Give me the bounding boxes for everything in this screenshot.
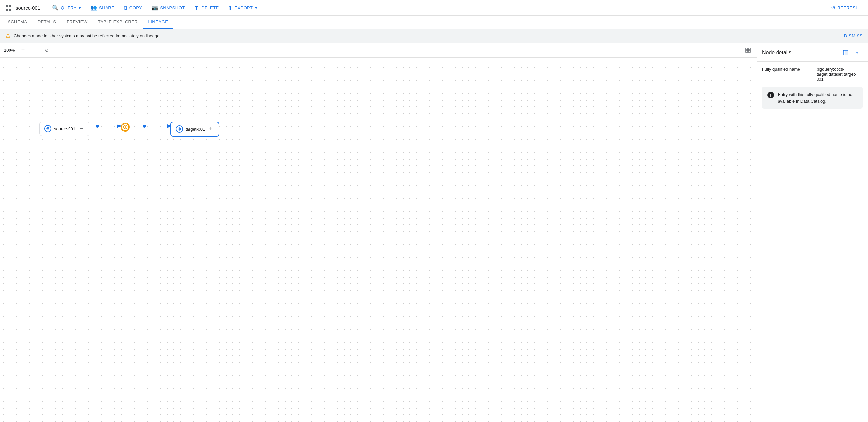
lineage-toolbar: 100% + − ⊙ — [0, 43, 756, 58]
source-node-icon — [44, 125, 52, 132]
svg-rect-4 — [746, 48, 748, 50]
right-panel-title: Node details — [762, 50, 791, 56]
svg-point-12 — [96, 125, 99, 128]
page-title: source-001 — [16, 5, 40, 10]
lineage-arrows — [0, 58, 756, 422]
share-button[interactable]: 👥 SHARE — [87, 3, 119, 13]
export-button[interactable]: ⬆ EXPORT ▾ — [224, 3, 261, 13]
target-expand-button[interactable]: + — [208, 126, 214, 132]
dismiss-button[interactable]: DISMISS — [844, 33, 863, 38]
zoom-out-button[interactable]: − — [30, 45, 39, 55]
app-icon — [5, 5, 12, 11]
copy-icon: ⧉ — [124, 5, 127, 11]
svg-point-20 — [179, 128, 180, 130]
diagram-canvas: source-001 − — [0, 58, 756, 422]
zoom-percentage: 100% — [4, 48, 16, 53]
intermediate-node[interactable] — [121, 123, 130, 132]
copy-button[interactable]: ⧉ COPY — [120, 3, 146, 13]
tab-schema[interactable]: SCHEMA — [3, 15, 32, 29]
fqn-value: bigquery:docs-target.dataset.target-001 — [816, 67, 863, 82]
panel-collapse-button[interactable] — [852, 47, 863, 58]
svg-rect-2 — [6, 8, 8, 11]
zoom-reset-button[interactable]: ⊙ — [42, 45, 51, 55]
source-collapse-button[interactable]: − — [78, 126, 85, 132]
warning-banner: ⚠ Changes made in other systems may not … — [0, 29, 868, 43]
right-panel-body: Fully qualified name bigquery:docs-targe… — [757, 62, 868, 422]
snapshot-button[interactable]: 📷 SNAPSHOT — [148, 3, 189, 13]
tabs-bar: SCHEMA DETAILS PREVIEW TABLE EXPLORER LI… — [0, 16, 868, 29]
svg-point-18 — [125, 127, 126, 128]
svg-rect-7 — [748, 51, 750, 53]
snapshot-icon: 📷 — [151, 5, 158, 11]
info-icon: i — [767, 92, 774, 98]
info-box: i Entry with this fully qualified name i… — [762, 87, 863, 109]
tab-details[interactable]: DETAILS — [32, 15, 62, 29]
right-panel: Node details Fully qualified — [756, 43, 868, 422]
banner-text: Changes made in other systems may not be… — [14, 33, 161, 38]
refresh-icon: ↺ — [831, 5, 836, 11]
source-node-label: source-001 — [54, 127, 75, 131]
query-icon: 🔍 — [52, 5, 59, 11]
svg-rect-3 — [9, 8, 11, 11]
query-dropdown-icon: ▾ — [79, 5, 81, 10]
refresh-button[interactable]: ↺ REFRESH — [827, 3, 863, 13]
delete-icon: 🗑 — [194, 5, 199, 11]
right-panel-header: Node details — [757, 43, 868, 62]
svg-rect-5 — [748, 48, 750, 50]
share-icon: 👥 — [90, 5, 97, 11]
lineage-panel: 100% + − ⊙ — [0, 43, 756, 422]
tab-table-explorer[interactable]: TABLE EXPLORER — [93, 15, 143, 29]
zoom-in-button[interactable]: + — [18, 45, 28, 55]
main-content: 100% + − ⊙ — [0, 43, 868, 422]
svg-point-16 — [47, 128, 49, 129]
panel-expand-button[interactable] — [840, 47, 851, 58]
toolbar-actions: 🔍 QUERY ▾ 👥 SHARE ⧉ COPY 📷 SNAPSHOT 🗑 DE… — [48, 3, 825, 13]
svg-rect-22 — [845, 51, 848, 55]
target-node[interactable]: target-001 + — [170, 122, 219, 137]
intermediate-node-icon — [121, 123, 129, 131]
fqn-label: Fully qualified name — [762, 67, 811, 82]
tab-preview[interactable]: PREVIEW — [61, 15, 92, 29]
target-node-label: target-001 — [186, 127, 205, 132]
top-bar: source-001 🔍 QUERY ▾ 👥 SHARE ⧉ COPY 📷 SN… — [0, 0, 868, 16]
export-dropdown-icon: ▾ — [255, 5, 258, 10]
export-icon: ⬆ — [228, 5, 233, 11]
svg-rect-0 — [6, 5, 8, 7]
fit-screen-button[interactable] — [743, 45, 753, 55]
warning-icon: ⚠ — [5, 32, 10, 39]
svg-point-13 — [143, 125, 146, 128]
info-text: Entry with this fully qualified name is … — [778, 91, 858, 104]
svg-rect-1 — [9, 5, 11, 7]
source-node[interactable]: source-001 − — [39, 122, 90, 136]
delete-button[interactable]: 🗑 DELETE — [190, 3, 223, 13]
detail-fqn-row: Fully qualified name bigquery:docs-targe… — [762, 67, 863, 82]
right-panel-actions — [840, 47, 863, 58]
tab-lineage[interactable]: LINEAGE — [143, 15, 173, 29]
target-node-icon — [176, 126, 183, 133]
svg-rect-6 — [746, 51, 748, 53]
query-button[interactable]: 🔍 QUERY ▾ — [48, 3, 85, 13]
